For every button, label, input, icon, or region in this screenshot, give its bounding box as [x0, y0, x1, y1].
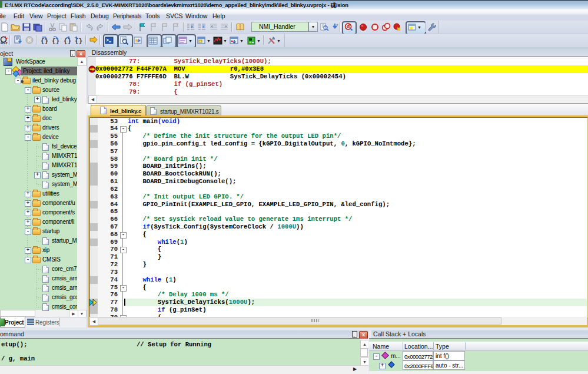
svg-text:d: d: [347, 24, 350, 29]
svg-text:{}: {}: [64, 38, 71, 45]
svg-text:5: 5: [135, 38, 138, 44]
svg-text:{}: {}: [41, 38, 48, 45]
svg-text:{}: {}: [52, 38, 59, 45]
svg-text:RST: RST: [1, 41, 8, 45]
